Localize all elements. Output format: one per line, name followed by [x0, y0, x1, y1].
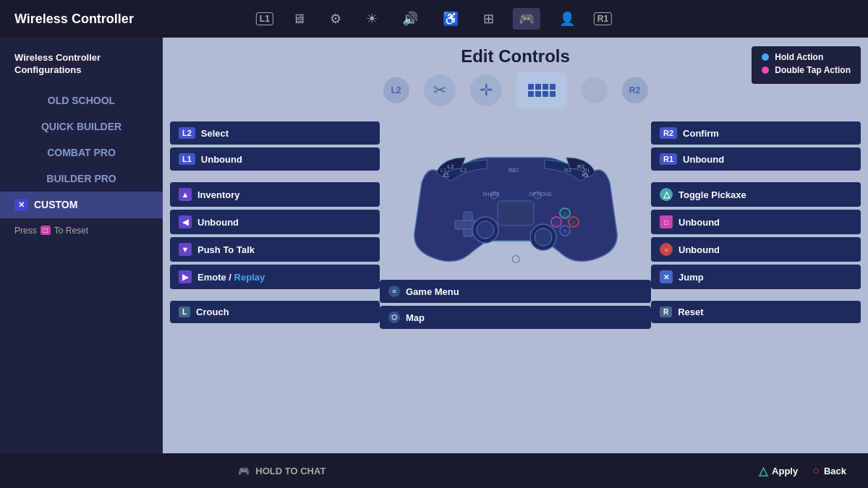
svg-text:R2: R2	[576, 163, 584, 170]
display-icon[interactable]: 🖥	[286, 9, 311, 30]
dpad-left-label: Unbound	[197, 217, 239, 228]
triangle-badge: △	[660, 188, 673, 201]
sidebar-item-quick-builder[interactable]: QUICK BUILDER	[0, 114, 163, 140]
legend-double-tap: Double Tap Action	[762, 65, 851, 75]
settings-icon[interactable]: ⚙	[324, 8, 347, 30]
inventory-button[interactable]: ▲ Inventory	[170, 182, 380, 207]
back-action[interactable]: ○ Back	[812, 464, 846, 477]
to-reset-label: To Reset	[54, 226, 88, 236]
dpad-left-badge: ◀	[179, 215, 192, 228]
svg-text:R2: R2	[563, 167, 571, 174]
apply-label: Apply	[772, 466, 798, 476]
inventory-label: Inventory	[197, 189, 240, 200]
r1-badge-ctrl: R1	[660, 153, 677, 165]
sidebar-item-custom-label: CUSTOM	[34, 199, 77, 210]
tab-icon-r2[interactable]: R2	[622, 77, 648, 103]
toggle-pickaxe-button[interactable]: △ Toggle Pickaxe	[651, 182, 861, 207]
svg-text:SHARE: SHARE	[482, 192, 499, 197]
controller-icon[interactable]: 🎮	[513, 8, 540, 30]
controller-svg: △ □ ○ ✕	[400, 118, 631, 277]
svg-text:✕: ✕	[562, 228, 568, 235]
svg-text:L1: L1	[441, 168, 446, 173]
select-button[interactable]: L2 Select	[170, 121, 380, 145]
push-to-talk-label: Push To Talk	[197, 244, 255, 255]
user-icon[interactable]: 👤	[553, 8, 581, 30]
game-menu-label: Game Menu	[406, 286, 459, 297]
emote-button[interactable]: ▶ Emote / Replay	[170, 265, 380, 289]
map-button[interactable]: ⬡ Map	[380, 306, 651, 329]
svg-text:⬡: ⬡	[511, 253, 520, 265]
app-title: Wireless Controller	[14, 12, 134, 27]
l1-nav-badge[interactable]: L1	[256, 12, 273, 25]
r1-unbound-button[interactable]: R1 Unbound	[651, 147, 861, 171]
push-to-talk-button[interactable]: ▼ Push To Talk	[170, 237, 380, 262]
brightness-icon[interactable]: ☀	[360, 8, 383, 30]
sq-unbound-label: Unbound	[678, 217, 720, 228]
dpad-right-badge: ▶	[179, 270, 192, 283]
sq-unbound-button[interactable]: □ Unbound	[651, 210, 861, 234]
crouch-button[interactable]: L Crouch	[170, 301, 380, 323]
reset-button[interactable]: R Reset	[651, 301, 861, 323]
hold-to-chat-label: HOLD TO CHAT	[255, 466, 326, 476]
confirm-button[interactable]: R2 Confirm	[651, 121, 861, 145]
r1-unbound-label: Unbound	[683, 154, 724, 165]
accessibility-icon[interactable]: ♿	[437, 8, 464, 30]
tab-icon-grid[interactable]	[516, 72, 567, 108]
options-badge: ≡	[388, 286, 400, 297]
replay-highlight: Replay	[234, 272, 265, 283]
circle-back-icon: ○	[812, 464, 820, 477]
sidebar-item-combat-pro[interactable]: COMBAT PRO	[0, 140, 163, 166]
center-bottom-buttons: ≡ Game Menu ⬡ Map	[380, 280, 651, 329]
dpad-left-button[interactable]: ◀ Unbound	[170, 210, 380, 234]
jump-button[interactable]: ✕ Jump	[651, 265, 861, 289]
spacer2	[170, 292, 380, 298]
ci-unbound-button[interactable]: ○ Unbound	[651, 237, 861, 262]
sidebar-item-builder-pro[interactable]: BUILDER PRO	[0, 166, 163, 192]
legend-hold: Hold Action	[762, 52, 851, 62]
tab-icon-crosshair[interactable]: ✛	[470, 74, 502, 106]
r3-badge: R	[660, 307, 672, 317]
svg-text:L1: L1	[443, 173, 449, 178]
double-tap-dot	[762, 67, 769, 74]
l1-unbound-label: Unbound	[201, 154, 242, 165]
l2-tab-icon: L2	[383, 77, 409, 103]
legend: Hold Action Double Tap Action	[752, 46, 861, 84]
x-badge-ctrl: ✕	[660, 270, 673, 283]
tab-icon-l2[interactable]: L2	[383, 77, 409, 103]
spacer1	[170, 174, 380, 179]
share-badge: ⬡	[388, 312, 400, 323]
press-label: Press	[14, 226, 37, 236]
scissors-icon: ✂	[424, 74, 456, 106]
network-icon[interactable]: ⊞	[477, 8, 500, 30]
dpad-down-badge: ▼	[179, 243, 192, 256]
svg-rect-14	[498, 201, 534, 226]
map-label: Map	[406, 312, 425, 323]
dpad-up-badge: ▲	[179, 188, 192, 201]
x-badge: ✕	[14, 199, 28, 211]
jump-label: Jump	[678, 272, 704, 283]
svg-point-13	[535, 228, 552, 246]
grid-icon	[516, 72, 567, 108]
tab-icon-scissors[interactable]: ✂	[424, 74, 456, 106]
r1-nav-badge[interactable]: R1	[594, 12, 612, 25]
sidebar-item-custom[interactable]: ✕ CUSTOM	[0, 192, 163, 218]
game-menu-button[interactable]: ≡ Game Menu	[380, 280, 651, 303]
nav-icons: L1 🖥 ⚙ ☀ 🔊 ♿ ⊞ 🎮 👤 R1	[256, 8, 612, 30]
volume-icon[interactable]: 🔊	[396, 8, 424, 30]
grid-cells	[528, 84, 556, 97]
toggle-pickaxe-label: Toggle Pickaxe	[678, 189, 746, 200]
apply-action[interactable]: △ Apply	[759, 464, 798, 478]
tab-icon-circle[interactable]	[582, 77, 608, 103]
sidebar-title: Wireless Controller Configurations	[0, 52, 163, 87]
l1-badge-ctrl: L1	[179, 153, 195, 165]
reset-label: Reset	[678, 307, 703, 317]
reset-badge: □	[41, 226, 51, 235]
r2-tab-icon: R2	[622, 77, 648, 103]
svg-text:R1: R1	[582, 173, 588, 178]
l1-unbound-button[interactable]: L1 Unbound	[170, 147, 380, 171]
sidebar: Wireless Controller Configurations OLD S…	[0, 38, 163, 453]
sidebar-item-old-school[interactable]: OLD SCHOOL	[0, 87, 163, 114]
svg-text:○: ○	[571, 219, 575, 226]
bottom-bar: 🎮 HOLD TO CHAT △ Apply ○ Back	[0, 453, 868, 488]
select-label: Select	[201, 128, 229, 139]
